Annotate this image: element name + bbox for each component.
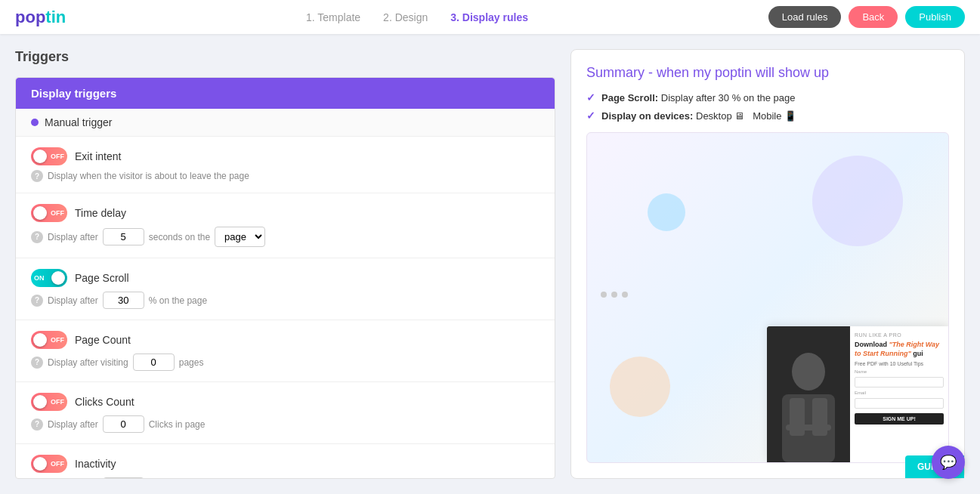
load-rules-button[interactable]: Load rules — [768, 6, 842, 28]
header-actions: Load rules Back Publish — [768, 6, 965, 28]
svg-point-1 — [792, 353, 825, 391]
clicks-count-toggle[interactable]: OFF — [31, 393, 67, 411]
chat-bubble[interactable]: 💬 — [932, 446, 965, 479]
page-scroll-toggle[interactable]: ON — [31, 269, 67, 287]
time-delay-toggle[interactable]: OFF — [31, 204, 67, 222]
time-delay-select[interactable]: page site — [215, 227, 265, 247]
page-count-label: Page Count — [75, 334, 131, 346]
summary-devices-label: Display on devices: Desktop 🖥 Mobile 📱 — [601, 110, 796, 122]
inactivity-input[interactable] — [103, 477, 144, 479]
page-scroll-label: Page Scroll — [75, 272, 129, 284]
preview-dot-1 — [601, 292, 607, 298]
dot-icon — [31, 119, 39, 126]
back-button[interactable]: Back — [849, 6, 898, 28]
help-icon[interactable]: ? — [31, 418, 43, 431]
toggle-label: OFF — [51, 460, 64, 468]
help-icon[interactable]: ? — [31, 231, 43, 243]
deco-circle-3 — [648, 193, 685, 231]
trigger-inactivity: OFF Inactivity ? Display after seconds a… — [16, 444, 555, 479]
trigger-clicks-count: OFF Clicks Count ? Display after Clicks … — [16, 382, 555, 444]
trigger-page-count: OFF Page Count ? Display after visiting … — [16, 320, 555, 382]
trigger-page-scroll: ON Page Scroll ? Display after % on the … — [16, 258, 555, 320]
toggle-label: OFF — [51, 398, 64, 406]
clicks-count-sub-prefix: Display after — [48, 419, 98, 430]
main-content: Triggers Display triggers Manual trigger… — [0, 34, 980, 494]
deco-circle-2 — [610, 357, 670, 417]
summary-items: ✓ Page Scroll: Display after 30 % on the… — [586, 91, 949, 122]
display-triggers-header: Display triggers — [16, 78, 555, 109]
page-scroll-sub-suffix: % on the page — [149, 295, 207, 306]
publish-button[interactable]: Publish — [905, 6, 965, 28]
inactivity-label: Inactivity — [75, 458, 116, 470]
popup-image — [767, 326, 850, 462]
toggle-label: OFF — [51, 153, 64, 160]
preview-dots — [601, 292, 628, 298]
summary-item-devices: ✓ Display on devices: Desktop 🖥 Mobile 📱 — [586, 110, 949, 122]
help-icon[interactable]: ? — [31, 170, 43, 182]
triggers-title: Triggers — [15, 49, 555, 65]
right-panel: Summary - when my poptin will show up ✓ … — [570, 49, 965, 479]
page-count-sub-suffix: pages — [179, 357, 204, 368]
svg-rect-5 — [786, 425, 831, 431]
preview-area: RUN LIKE A PRO Download "The Right Way t… — [586, 132, 949, 463]
summary-title: Summary - when my poptin will show up — [586, 65, 949, 81]
toggle-label: ON — [34, 274, 45, 282]
popup-headline: Download "The Right Way to Start Running… — [855, 341, 944, 358]
help-icon[interactable]: ? — [31, 295, 43, 307]
toggle-knob — [33, 395, 47, 409]
nav-steps: 1. Template 2. Design 3. Display rules — [306, 11, 528, 23]
clicks-count-input[interactable] — [103, 415, 144, 433]
popup-sub: Free PDF with 10 Useful Tips — [855, 361, 944, 366]
check-icon: ✓ — [586, 110, 595, 122]
popup-name-label: Name — [855, 369, 944, 374]
preview-dot-2 — [611, 292, 617, 298]
popup-email-label: Email — [855, 391, 944, 395]
left-panel: Triggers Display triggers Manual trigger… — [15, 49, 555, 479]
preview-dot-3 — [622, 292, 628, 298]
trigger-exit-intent: OFF Exit intent ? Display when the visit… — [16, 137, 555, 193]
time-delay-sub-mid: seconds on the — [149, 232, 210, 242]
inactivity-toggle[interactable]: OFF — [31, 455, 67, 473]
popup-content: RUN LIKE A PRO Download "The Right Way t… — [850, 326, 948, 462]
toggle-knob — [33, 206, 47, 220]
trigger-time-delay: OFF Time delay ? Display after seconds o… — [16, 193, 555, 258]
popup-tag: RUN LIKE A PRO — [855, 332, 944, 338]
page-count-sub-prefix: Display after visiting — [48, 357, 128, 368]
manual-trigger-row: Manual trigger — [16, 109, 555, 137]
clicks-count-sub-suffix: Clicks in page — [149, 419, 206, 430]
toggle-knob — [33, 457, 47, 471]
popup-submit-btn[interactable]: SIGN ME UP! — [855, 413, 944, 425]
exit-intent-sub: Display when the visitor is about to lea… — [48, 171, 249, 181]
clicks-count-label: Clicks Count — [75, 396, 134, 408]
summary-scroll-label: Page Scroll: Display after 30 % on the p… — [601, 92, 796, 103]
page-scroll-input[interactable] — [103, 292, 144, 309]
time-delay-sub-prefix: Display after — [48, 232, 98, 242]
toggle-knob — [33, 333, 47, 347]
help-icon[interactable]: ? — [31, 357, 43, 369]
popup-email-field[interactable] — [855, 398, 944, 409]
exit-intent-toggle[interactable]: OFF — [31, 147, 67, 165]
step-template[interactable]: 1. Template — [306, 11, 360, 23]
time-delay-input[interactable] — [103, 228, 144, 245]
logo: poptin — [15, 8, 66, 27]
toggle-label: OFF — [51, 336, 64, 344]
page-count-input[interactable] — [133, 354, 175, 371]
triggers-box: Display triggers Manual trigger OFF Exit… — [15, 77, 555, 479]
popup-name-field[interactable] — [855, 377, 944, 387]
toggle-knob — [33, 150, 47, 163]
toggle-label: OFF — [51, 209, 64, 217]
step-display-rules[interactable]: 3. Display rules — [450, 11, 528, 23]
time-delay-label: Time delay — [75, 207, 126, 219]
manual-trigger-label: Manual trigger — [45, 116, 113, 128]
page-scroll-sub-prefix: Display after — [48, 295, 98, 306]
check-icon: ✓ — [586, 91, 595, 103]
toggle-knob — [51, 271, 65, 285]
deco-circle-1 — [812, 156, 903, 246]
chat-icon: 💬 — [940, 454, 957, 471]
exit-intent-label: Exit intent — [75, 150, 121, 162]
header: poptin 1. Template 2. Design 3. Display … — [0, 0, 980, 34]
step-design[interactable]: 2. Design — [383, 11, 428, 23]
page-count-toggle[interactable]: OFF — [31, 331, 67, 349]
popup-preview: RUN LIKE A PRO Download "The Right Way t… — [767, 326, 948, 462]
summary-item-scroll: ✓ Page Scroll: Display after 30 % on the… — [586, 91, 949, 103]
